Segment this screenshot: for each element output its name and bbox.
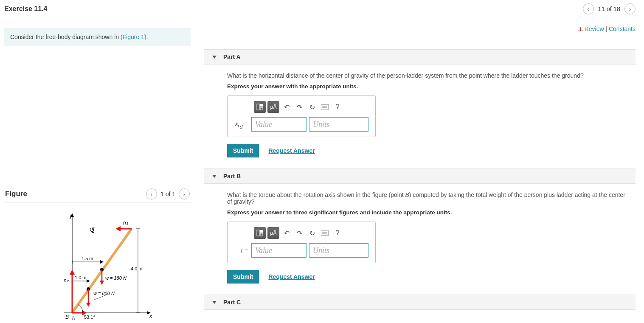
part-b-var-label: τ = bbox=[232, 247, 249, 254]
part-c-header[interactable]: Part C bbox=[204, 295, 636, 310]
page-count: 11 of 18 bbox=[598, 6, 620, 12]
svg-rect-27 bbox=[257, 104, 259, 110]
review-link[interactable]: Review bbox=[585, 25, 604, 32]
part-c-title: Part C bbox=[223, 299, 241, 306]
part-a-units-input[interactable]: Units bbox=[309, 117, 368, 132]
dist-1-5: 1.5 m bbox=[82, 256, 93, 261]
keyboard-button[interactable] bbox=[319, 101, 330, 112]
instruction-box: Consider the free-body diagram shown in … bbox=[4, 28, 191, 46]
svg-text:+: + bbox=[92, 230, 94, 235]
reset-button[interactable]: ↻ bbox=[307, 228, 318, 239]
figure-next-button[interactable]: › bbox=[179, 188, 190, 199]
part-b-header[interactable]: Part B bbox=[204, 169, 636, 184]
part-a-submit-button[interactable]: Submit bbox=[227, 144, 259, 157]
constants-link[interactable]: Constants bbox=[609, 25, 636, 32]
collapse-icon bbox=[212, 301, 217, 304]
part-b-units-input[interactable]: Units bbox=[309, 243, 368, 258]
page-nav: ‹ 11 of 18 › bbox=[583, 3, 636, 14]
svg-rect-29 bbox=[260, 107, 263, 110]
reset-button[interactable]: ↻ bbox=[307, 101, 318, 112]
special-chars-button[interactable]: μÅ bbox=[267, 101, 279, 113]
svg-rect-28 bbox=[260, 104, 263, 107]
svg-marker-21 bbox=[86, 303, 90, 307]
angle-label: 53.1° bbox=[84, 315, 95, 320]
collapse-icon bbox=[212, 175, 217, 178]
figure-title: Figure bbox=[5, 190, 27, 198]
svg-rect-33 bbox=[257, 230, 259, 236]
part-b-answer-box: μÅ ↶ ↷ ↻ ? τ = Value Units bbox=[227, 222, 376, 263]
instruction-text: Consider the free-body diagram shown in bbox=[10, 34, 121, 40]
x-axis-label: x bbox=[149, 313, 152, 319]
svg-marker-13 bbox=[100, 260, 104, 264]
svg-marker-16 bbox=[100, 281, 104, 285]
part-a-instruct: Express your answer with the appropriate… bbox=[227, 83, 627, 90]
fs-label: fₛ bbox=[72, 315, 76, 321]
keyboard-button[interactable] bbox=[319, 228, 330, 239]
page-title: Exercise 11.4 bbox=[4, 5, 47, 13]
part-a-request-answer-link[interactable]: Request Answer bbox=[268, 147, 315, 154]
part-b-value-input[interactable]: Value bbox=[251, 243, 307, 258]
svg-marker-19 bbox=[87, 279, 90, 283]
svg-marker-9 bbox=[115, 226, 121, 231]
part-a-title: Part A bbox=[223, 53, 241, 60]
w-180: w = 180 N bbox=[105, 275, 127, 281]
instruction-suffix: . bbox=[146, 34, 148, 40]
help-button[interactable]: ? bbox=[332, 228, 343, 239]
part-b-instruct: Express your answer to three significant… bbox=[227, 209, 627, 216]
dist-4-0: 4.0 m bbox=[131, 266, 143, 271]
part-b-request-answer-link[interactable]: Request Answer bbox=[268, 273, 315, 280]
dist-1-0: 1.0 m bbox=[75, 275, 87, 280]
figure-prev-button[interactable]: ‹ bbox=[146, 188, 157, 199]
part-a-value-input[interactable]: Value bbox=[251, 117, 307, 132]
redo-button[interactable]: ↷ bbox=[294, 101, 305, 112]
figure-link[interactable]: (Figure 1) bbox=[121, 34, 146, 40]
prev-page-button[interactable]: ‹ bbox=[583, 3, 594, 14]
b-label: B bbox=[65, 314, 69, 320]
n1-label: n₁ bbox=[123, 220, 128, 226]
y-axis-label: y bbox=[69, 213, 73, 219]
part-a-var-label: xcg = bbox=[232, 120, 249, 129]
part-b-question: What is the torque about the rotation ax… bbox=[227, 191, 627, 205]
special-chars-button[interactable]: μÅ bbox=[267, 227, 279, 239]
svg-marker-24 bbox=[70, 270, 75, 275]
figure-count: 1 of 1 bbox=[160, 191, 175, 197]
svg-rect-34 bbox=[260, 230, 263, 233]
svg-rect-35 bbox=[260, 233, 263, 236]
collapse-icon bbox=[212, 56, 217, 59]
help-button[interactable]: ? bbox=[332, 101, 343, 112]
redo-button[interactable]: ↷ bbox=[294, 228, 305, 239]
undo-button[interactable]: ↶ bbox=[281, 228, 292, 239]
part-b-submit-button[interactable]: Submit bbox=[227, 270, 259, 284]
svg-rect-36 bbox=[321, 230, 329, 236]
templates-button[interactable] bbox=[254, 227, 266, 239]
w-800: w = 800 N bbox=[93, 291, 115, 296]
n2-label: n₂ bbox=[64, 278, 69, 284]
part-a-header[interactable]: Part A bbox=[204, 49, 636, 65]
part-b-title: Part B bbox=[223, 173, 241, 180]
part-a-answer-box: μÅ ↶ ↷ ↻ ? xcg = Value Units bbox=[227, 95, 376, 137]
templates-button[interactable] bbox=[254, 101, 266, 113]
next-page-button[interactable]: › bbox=[624, 3, 636, 14]
svg-rect-30 bbox=[321, 104, 329, 110]
part-a-question: What is the horizontal distance of the c… bbox=[227, 72, 627, 79]
undo-button[interactable]: ↶ bbox=[281, 101, 292, 112]
figure-diagram: y x 4.0 m n₁ ↺ + bbox=[4, 202, 191, 323]
